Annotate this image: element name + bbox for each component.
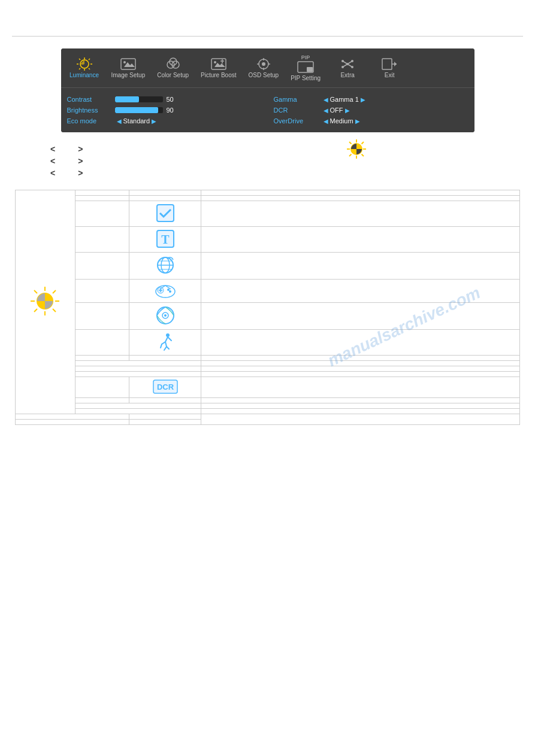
table-cell-i4-3 bbox=[201, 280, 520, 303]
table-cell-i3-1 bbox=[75, 253, 129, 280]
svg-line-8 bbox=[89, 59, 90, 60]
nav-label-exit: Exit bbox=[385, 72, 395, 78]
overdrive-label: OverDrive bbox=[274, 117, 322, 125]
nav-item-exit[interactable]: Exit bbox=[368, 55, 410, 81]
table-icon-row-2: T bbox=[16, 227, 520, 253]
table-sub-row-2b bbox=[16, 409, 520, 414]
table-cell-i1-3 bbox=[201, 201, 520, 227]
table-icon-row-5 bbox=[16, 303, 520, 330]
nav-row2-left[interactable]: < bbox=[50, 156, 55, 166]
table-cell-i1-1 bbox=[75, 201, 129, 227]
nav-item-color-setup[interactable]: Color Setup bbox=[151, 55, 195, 81]
svg-rect-35 bbox=[382, 59, 392, 69]
pip-sublabel: PIP bbox=[291, 54, 321, 60]
nav-item-osd-setup[interactable]: OSD Setup bbox=[243, 55, 285, 81]
table-sub-row-2d bbox=[16, 420, 520, 425]
eco-mode-row: Eco mode ◀ Standard ▶ bbox=[67, 116, 262, 126]
svg-line-6 bbox=[89, 68, 90, 69]
table-cell-i3-icon bbox=[129, 253, 201, 280]
brightness-bar-fill bbox=[115, 107, 158, 113]
table-cell-p1-1 bbox=[75, 356, 129, 361]
svg-point-68 bbox=[167, 289, 170, 291]
table-plain-row-2 bbox=[16, 398, 520, 403]
table-icon-row-3 bbox=[16, 253, 520, 280]
eco-mode-label: Eco mode bbox=[67, 117, 115, 125]
nav-row1-left[interactable]: < bbox=[50, 144, 55, 154]
nav-label-image-setup: Image Setup bbox=[111, 72, 146, 78]
nav-item-extra[interactable]: Extra bbox=[327, 55, 368, 81]
table-cell-i4-icon bbox=[129, 280, 201, 303]
table-cell-i5-1 bbox=[75, 303, 129, 330]
table-cell-i6-1 bbox=[75, 330, 129, 356]
table-cell-sub1c bbox=[75, 372, 201, 377]
nav-item-luminance[interactable]: Luminance bbox=[64, 55, 105, 81]
color-setup-icon bbox=[165, 57, 182, 71]
eco-mode-left-arrow[interactable]: ◀ bbox=[117, 118, 122, 125]
table-cell-i5-icon bbox=[129, 303, 201, 330]
osd-menu: Luminance Image Setup Color bbox=[61, 48, 474, 132]
dcr-right-arrow[interactable]: ▶ bbox=[345, 107, 350, 114]
main-table: T bbox=[15, 190, 520, 425]
table-cell-sub2c-r bbox=[129, 414, 201, 420]
gamma-label: Gamma bbox=[274, 96, 322, 103]
table-cell-i4-1 bbox=[75, 280, 129, 303]
svg-point-74 bbox=[164, 314, 167, 317]
picture-boost-icon bbox=[210, 57, 227, 71]
dcr-left-arrow[interactable]: ◀ bbox=[324, 107, 328, 114]
table-cell-sub1c-r bbox=[201, 372, 520, 377]
brightness-row: Brightness 90 bbox=[67, 105, 262, 116]
table-cell-h2-3 bbox=[201, 196, 520, 201]
svg-marker-37 bbox=[394, 62, 397, 66]
brightness-label: Brightness bbox=[67, 107, 115, 114]
table-cell-i6-icon bbox=[129, 330, 201, 356]
nav-row3-right[interactable]: > bbox=[78, 168, 83, 178]
table-sub-row-1b bbox=[16, 366, 520, 372]
svg-point-33 bbox=[351, 66, 353, 68]
nav-row2-right[interactable]: > bbox=[78, 156, 83, 166]
svg-marker-10 bbox=[124, 62, 135, 67]
svg-line-5 bbox=[79, 59, 80, 60]
svg-point-31 bbox=[351, 60, 353, 62]
nav-arrows-section: < > < > < > bbox=[48, 144, 487, 178]
luminance-icon bbox=[76, 57, 93, 71]
table-cell-sub2c bbox=[16, 414, 129, 420]
contrast-row: Contrast 50 bbox=[67, 94, 262, 105]
svg-line-43 bbox=[349, 142, 352, 144]
table-cell-i2-icon: T bbox=[129, 227, 201, 253]
table-cell-i2-3 bbox=[201, 227, 520, 253]
osd-nav: Luminance Image Setup Color bbox=[61, 48, 474, 88]
nav-label-pip-setting: PIP Setting bbox=[291, 75, 321, 81]
nav-row3-left[interactable]: < bbox=[50, 168, 55, 178]
nav-row-1: < > bbox=[48, 144, 487, 154]
table-header-row2 bbox=[16, 196, 520, 201]
overdrive-right-arrow[interactable]: ▶ bbox=[355, 118, 360, 125]
svg-line-52 bbox=[34, 290, 37, 293]
dcr-label: DCR bbox=[274, 107, 322, 114]
svg-line-45 bbox=[349, 154, 352, 157]
table-cell-dcr-3 bbox=[201, 377, 520, 398]
overdrive-left-arrow[interactable]: ◀ bbox=[324, 118, 328, 125]
svg-line-46 bbox=[362, 142, 364, 144]
brightness-bar bbox=[115, 107, 163, 113]
nav-item-picture-boost[interactable]: Picture Boost bbox=[195, 55, 242, 81]
dcr-value: OFF bbox=[330, 107, 343, 114]
main-table-container: T bbox=[15, 190, 520, 425]
table-icon-row-1 bbox=[16, 201, 520, 227]
table-sub-row-1a bbox=[16, 361, 520, 366]
table-cell-empty3 bbox=[201, 190, 520, 196]
contrast-label: Contrast bbox=[67, 96, 115, 103]
eco-mode-right-arrow[interactable]: ▶ bbox=[152, 118, 156, 125]
nav-item-image-setup[interactable]: Image Setup bbox=[105, 55, 152, 81]
gamma-left-arrow[interactable]: ◀ bbox=[324, 96, 328, 103]
extra-icon bbox=[339, 57, 356, 71]
table-sub-row-1c bbox=[16, 372, 520, 377]
svg-point-21 bbox=[262, 62, 265, 66]
nav-row1-right[interactable]: > bbox=[78, 144, 83, 154]
gamma-right-arrow[interactable]: ▶ bbox=[361, 96, 365, 103]
osd-left-panel: Contrast 50 Brightness 90 Eco mode ◀ Sta… bbox=[61, 92, 268, 129]
table-cell-sub2b-r bbox=[201, 409, 520, 414]
nav-item-pip-setting[interactable]: PIP PIP Setting bbox=[285, 52, 327, 84]
table-cell-sub2d bbox=[16, 420, 129, 425]
overdrive-row: OverDrive ◀ Medium ▶ bbox=[274, 116, 468, 126]
table-cell-sub2a bbox=[75, 403, 201, 409]
